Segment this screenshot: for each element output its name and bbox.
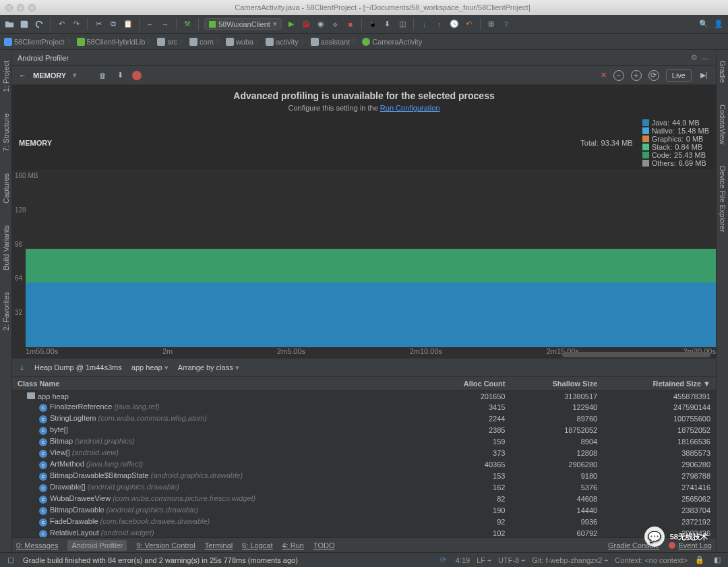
layout-icon[interactable]: ◫ — [397, 19, 408, 30]
breadcrumb-item[interactable]: wuba〉 — [226, 36, 263, 47]
avd-icon[interactable]: 📱 — [367, 19, 378, 30]
breadcrumbs: 58ClientProject〉58ClientHybridLib〉src〉co… — [0, 34, 728, 50]
run-config-label: 58WuxianClient — [218, 20, 270, 28]
breadcrumb-item[interactable]: 58ClientProject〉 — [4, 36, 74, 47]
search-everywhere-icon[interactable]: 🔍 — [698, 19, 709, 30]
run-icon[interactable]: ▶ — [286, 19, 297, 30]
back-icon[interactable]: ← — [145, 19, 156, 30]
attach-icon[interactable]: ⎆ — [330, 19, 341, 30]
build-icon[interactable]: ⚒ — [182, 19, 193, 30]
breadcrumb-item[interactable]: activity〉 — [266, 36, 308, 47]
window-controls[interactable] — [5, 4, 36, 11]
breadcrumb-item[interactable]: CameraActivity — [362, 38, 422, 46]
help-icon[interactable]: ? — [501, 19, 512, 30]
redo-icon[interactable]: ↷ — [71, 19, 82, 30]
open-icon[interactable] — [4, 19, 15, 30]
profile-icon[interactable]: ◉ — [315, 19, 326, 30]
vcs-history-icon[interactable]: 🕓 — [449, 19, 460, 30]
copy-icon[interactable]: ⧉ — [108, 19, 119, 30]
vcs-revert-icon[interactable]: ↶ — [464, 19, 475, 30]
cut-icon[interactable]: ✂ — [93, 19, 104, 30]
vcs-update-icon[interactable]: ↓ — [419, 19, 430, 30]
main-toolbar: ↶ ↷ ✂ ⧉ 📋 ← → ⚒ 58WuxianClient ▾ ▶ 🐞 ◉ ⎆… — [0, 15, 728, 34]
sdk-icon[interactable]: ⬇ — [382, 19, 393, 30]
sync-icon[interactable] — [34, 19, 44, 30]
save-icon[interactable] — [19, 19, 30, 30]
android-icon — [209, 21, 216, 28]
run-config-selector[interactable]: 58WuxianClient ▾ — [204, 18, 282, 30]
vcs-commit-icon[interactable]: ↑ — [434, 19, 445, 30]
user-icon[interactable]: 👤 — [713, 19, 724, 30]
breadcrumb-item[interactable]: 58ClientHybridLib〉 — [77, 36, 155, 47]
breadcrumb-item[interactable]: com〉 — [189, 36, 223, 47]
breadcrumb-item[interactable]: assistant〉 — [311, 36, 359, 47]
structure-icon[interactable]: ⊞ — [486, 19, 497, 30]
breadcrumb-item[interactable]: src〉 — [157, 36, 187, 47]
stop-icon[interactable]: ■ — [345, 19, 356, 30]
forward-icon[interactable]: → — [160, 19, 171, 30]
window-title: CameraActivity.java - 58ClientProject - … — [42, 3, 723, 11]
undo-icon[interactable]: ↶ — [56, 19, 67, 30]
paste-icon[interactable]: 📋 — [123, 19, 133, 30]
debug-icon[interactable]: 🐞 — [301, 19, 311, 30]
os-titlebar: CameraActivity.java - 58ClientProject - … — [0, 0, 728, 15]
